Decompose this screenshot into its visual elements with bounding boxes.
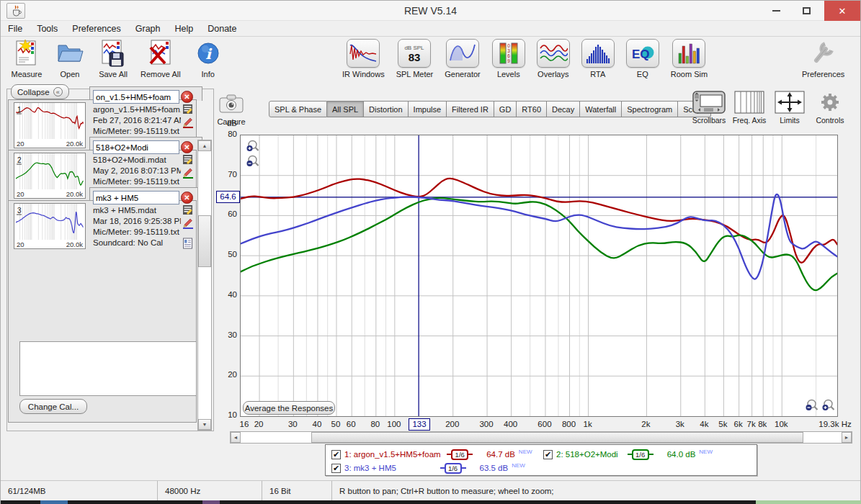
toolbar-open-button[interactable]: Open — [54, 38, 86, 78]
legend-trace-label[interactable]: 3: mk3 + HM5 — [344, 464, 396, 472]
toolbar-generator-button[interactable]: Generator — [445, 38, 481, 78]
scrollbars-button[interactable]: Scrollbars — [691, 90, 727, 125]
smoothing-badge[interactable]: 1/6 — [628, 449, 653, 460]
spl-chart[interactable] — [240, 135, 838, 417]
status-bar: 61/124MB 48000 Hz 16 Bit R button to pan… — [1, 480, 860, 500]
delete-measurement-button[interactable]: ✕ — [181, 192, 193, 204]
tab-waterfall[interactable]: Waterfall — [580, 101, 622, 117]
scroll-down-button[interactable]: ▼ — [198, 419, 211, 430]
edit-notes-icon[interactable] — [182, 104, 194, 115]
menu-file[interactable]: File — [8, 24, 22, 34]
toolbar-preferences-button[interactable]: Preferences — [802, 38, 844, 78]
smoothing-badge[interactable]: 1/6 — [440, 463, 466, 474]
graph-tabs: SPL & PhaseAll SPLDistortionImpulseFilte… — [269, 101, 711, 117]
graph-h-scrollbar[interactable]: ◄► — [230, 431, 852, 444]
graph-toolbar: ScrollbarsFreq. AxisLimitsControls — [691, 90, 848, 125]
tab-impulse[interactable]: Impulse — [409, 101, 447, 117]
edit-notes-icon[interactable] — [182, 204, 194, 216]
scroll-left-button[interactable]: ◄ — [231, 432, 241, 443]
svg-text:0: 0 — [507, 43, 510, 48]
measurement-name-input[interactable] — [93, 90, 179, 104]
close-button[interactable]: ✕ — [824, 1, 860, 21]
delete-measurement-button[interactable]: ✕ — [181, 91, 193, 103]
trace-color-icon[interactable] — [182, 167, 194, 179]
menu-help[interactable]: Help — [175, 24, 194, 34]
toolbar-overlays-button[interactable]: Overlays — [537, 38, 570, 78]
chart-zoom-in-icon[interactable] — [821, 398, 836, 413]
legend-checkbox[interactable]: ✔ — [331, 464, 341, 473]
cal-file-icon[interactable] — [182, 238, 194, 249]
measurement-file: argon_v1.5+HM5+foam.r — [93, 105, 181, 115]
measurement-thumbnail[interactable]: 32020.0k — [14, 203, 86, 249]
collapse-button[interactable]: Collapse « — [11, 84, 69, 99]
scroll-up-button[interactable]: ▲ — [198, 140, 211, 151]
svg-text:2: 2 — [17, 156, 22, 164]
toolbar-label: Measure — [12, 70, 43, 78]
scroll-thumb[interactable] — [198, 215, 211, 267]
panel-scrollbar[interactable]: ▲▼ — [197, 140, 212, 431]
tab-decay[interactable]: Decay — [547, 101, 580, 117]
svg-text:20: 20 — [17, 240, 24, 248]
smoothing-badge[interactable]: 1/6 — [447, 449, 473, 460]
toolbar-eq-button[interactable]: EQEQ — [626, 38, 659, 78]
toolbar-levels-button[interactable]: 0369Levels — [492, 38, 525, 78]
toolbar-label: Save All — [99, 70, 128, 78]
limits-button[interactable]: Limits — [772, 90, 808, 125]
freq-axis-button[interactable]: Freq. Axis — [731, 90, 767, 125]
edit-notes-icon[interactable] — [182, 154, 194, 166]
measurement-thumbnail[interactable]: 22020.0k — [14, 153, 86, 199]
legend-entry: ✔1: argon_v1.5+HM5+foam1/664.7 dBNEW — [331, 449, 532, 460]
collapse-label: Collapse — [17, 88, 50, 96]
x-axis-tick-label: 19.3k Hz — [818, 420, 851, 428]
legend-checkbox[interactable]: ✔ — [543, 450, 553, 459]
legend-trace-label[interactable]: 2: 518+O2+Modi — [556, 450, 618, 459]
toolbar-ir-windows-button[interactable]: IR Windows — [342, 38, 385, 78]
y-axis-tick-label: 10 — [213, 410, 237, 419]
toolbar-info-button[interactable]: iInfo — [192, 38, 224, 78]
trace-color-icon[interactable] — [182, 117, 194, 128]
minimize-button[interactable] — [764, 1, 788, 21]
tab-spl-phase[interactable]: SPL & Phase — [269, 101, 327, 117]
delete-measurement-button[interactable]: ✕ — [181, 141, 193, 153]
menu-preferences[interactable]: Preferences — [72, 24, 120, 34]
legend-trace-label[interactable]: 1: argon_v1.5+HM5+foam — [344, 450, 441, 459]
scroll-right-button[interactable]: ► — [842, 432, 852, 443]
chart-zoom-out-icon[interactable] — [246, 154, 260, 168]
toolbar-measure-button[interactable]: Measure — [11, 38, 43, 78]
y-axis-tick-label: 20 — [213, 370, 237, 379]
toolbar-label: SPL Meter — [396, 70, 434, 78]
controls-button[interactable]: Controls — [812, 90, 848, 125]
tab-rt60[interactable]: RT60 — [517, 101, 547, 117]
svg-text:dB SPL: dB SPL — [405, 45, 425, 51]
open-icon — [55, 38, 84, 68]
y-axis-tick-label: 60 — [213, 210, 237, 218]
measurement-name-input[interactable] — [93, 140, 179, 154]
toolbar-rta-button[interactable]: RTA — [581, 38, 615, 78]
menu-donate[interactable]: Donate — [208, 24, 236, 34]
toolbar-save-all-button[interactable]: Save All — [97, 38, 129, 78]
limits-icon — [775, 90, 805, 114]
chart-zoom-out-icon[interactable] — [805, 398, 819, 413]
chart-zoom-in-icon[interactable] — [246, 139, 260, 153]
toolbar-remove-all-button[interactable]: Remove All — [140, 38, 181, 78]
tab-distortion[interactable]: Distortion — [364, 101, 408, 117]
toolbar-spl-meter-button[interactable]: dB SPL83SPL Meter — [396, 38, 434, 78]
scroll-thumb[interactable] — [311, 432, 803, 443]
average-responses-button[interactable]: Average the Responses — [243, 401, 335, 415]
trace-color-icon[interactable] — [182, 217, 194, 229]
tab-gd[interactable]: GD — [494, 101, 517, 117]
menu-tools[interactable]: Tools — [37, 24, 58, 34]
notes-box[interactable] — [19, 341, 197, 396]
y-axis-tick-label: 40 — [213, 290, 237, 299]
legend-checkbox[interactable]: ✔ — [331, 450, 341, 459]
tab-all-spl[interactable]: All SPL — [327, 101, 364, 117]
tab-spectrogram[interactable]: Spectrogram — [622, 101, 678, 117]
change-cal-button[interactable]: Change Cal... — [19, 399, 87, 414]
measurement-thumbnail[interactable]: 12020.0k — [14, 102, 86, 148]
tab-filtered-ir[interactable]: Filtered IR — [447, 101, 494, 117]
measurement-name-input[interactable] — [93, 191, 179, 204]
menu-graph[interactable]: Graph — [135, 24, 161, 34]
measurement-date: Feb 27, 2016 8:21:47 AM — [93, 116, 181, 126]
toolbar-room-sim-button[interactable]: Room Sim — [671, 38, 708, 78]
maximize-button[interactable] — [794, 1, 818, 21]
